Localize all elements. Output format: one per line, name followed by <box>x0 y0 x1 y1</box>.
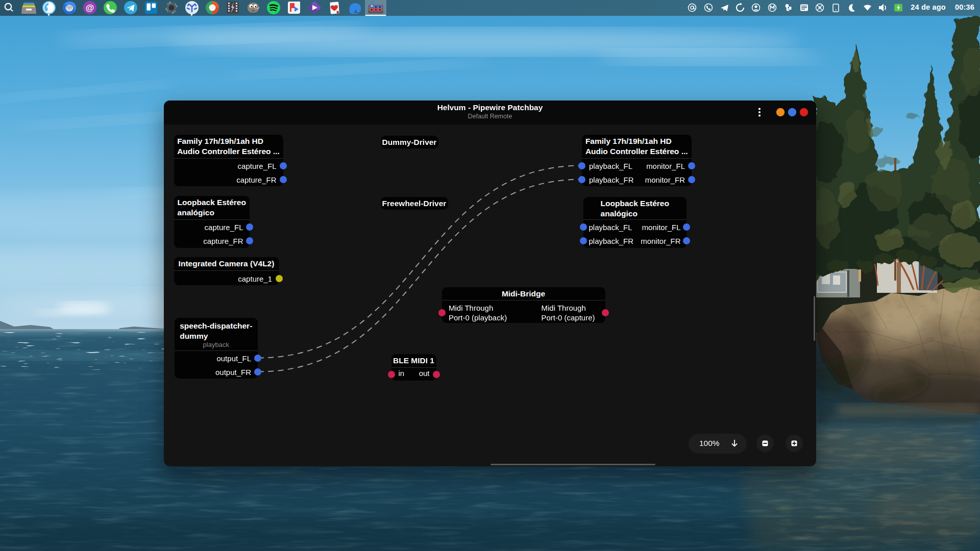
svg-text:@: @ <box>86 3 94 13</box>
